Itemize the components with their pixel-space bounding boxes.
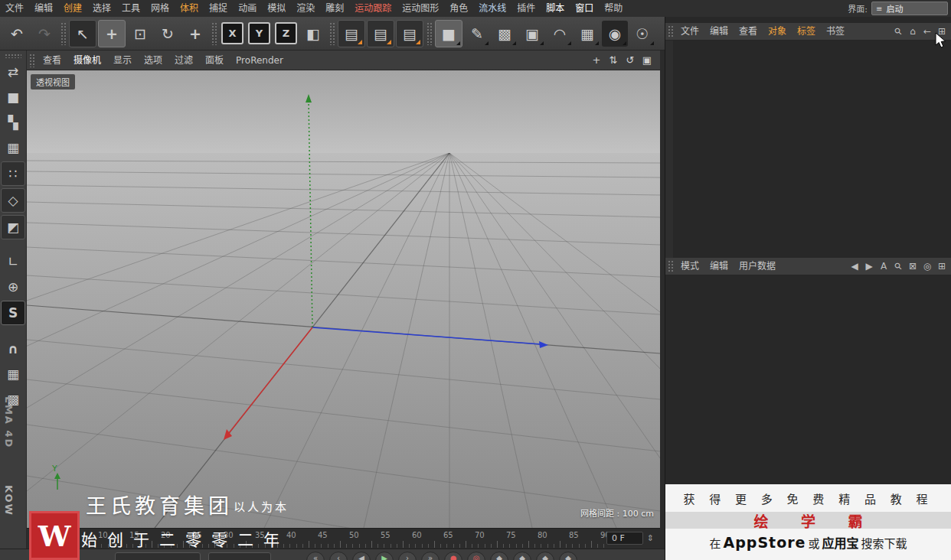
history-forward-icon[interactable]: ▶ bbox=[863, 260, 875, 272]
animation-range-box-2[interactable] bbox=[208, 552, 271, 560]
menu-edit[interactable]: 编辑 bbox=[29, 0, 58, 17]
subdivision-surface-button[interactable]: ▩ bbox=[492, 21, 518, 47]
clone-tools-button[interactable]: ▣ bbox=[519, 21, 545, 47]
snap-mouse-button[interactable]: ⊕ bbox=[2, 275, 25, 298]
texture-mode-button[interactable]: ▚ bbox=[2, 111, 25, 134]
keyframe-ring-icon[interactable]: ◎ bbox=[921, 260, 933, 272]
vp-menu-prorender[interactable]: ProRender bbox=[230, 50, 289, 70]
camera-button[interactable]: ◉ bbox=[602, 21, 628, 47]
current-frame-field[interactable]: 0 F bbox=[606, 532, 643, 545]
last-used-button[interactable]: + bbox=[182, 21, 208, 47]
home-icon[interactable]: ⌂ bbox=[907, 25, 919, 37]
pan-view-icon[interactable]: + bbox=[590, 54, 603, 67]
record-keyframe-button[interactable]: ● bbox=[444, 552, 462, 560]
panel-menu-icon[interactable]: ⊞ bbox=[936, 260, 948, 272]
interface-dropdown[interactable]: ≡ 启动 bbox=[871, 2, 948, 15]
menu-plugins[interactable]: 插件 bbox=[511, 0, 541, 17]
enable-snap-button[interactable]: S bbox=[1, 301, 25, 325]
go-to-prev-key-button[interactable]: ‹ bbox=[329, 552, 348, 560]
autokey-button[interactable]: ◎ bbox=[467, 552, 485, 560]
go-to-next-key-button[interactable]: › bbox=[398, 552, 417, 560]
om-menu-bookmark[interactable]: 书签 bbox=[821, 23, 850, 41]
zoom-view-icon[interactable]: ⇅ bbox=[606, 54, 620, 67]
om-menu-tag[interactable]: 标签 bbox=[792, 23, 821, 41]
menu-character[interactable]: 角色 bbox=[444, 0, 473, 17]
object-manager-list[interactable] bbox=[665, 41, 951, 258]
deformer-button[interactable]: ◠ bbox=[547, 21, 573, 47]
key-position-button[interactable]: ◆ bbox=[490, 552, 508, 560]
perspective-viewport[interactable]: Y 透视视图 网格间距 : 100 cm bbox=[27, 70, 660, 528]
lock-z-button[interactable]: Z bbox=[275, 22, 297, 44]
undo-button[interactable]: ↶ bbox=[4, 21, 30, 47]
polygons-mode-button[interactable]: ◩ bbox=[1, 215, 25, 239]
key-scale-button[interactable]: ◆ bbox=[513, 552, 531, 560]
go-to-end-button[interactable]: » bbox=[421, 552, 440, 560]
scale-button[interactable]: ⊡ bbox=[127, 21, 153, 47]
am-menu-edit[interactable]: 编辑 bbox=[704, 258, 734, 275]
am-menu-mode[interactable]: 模式 bbox=[675, 258, 704, 275]
am-menu-userdata[interactable]: 用户数据 bbox=[734, 258, 781, 275]
menu-mesh[interactable]: 网格 bbox=[145, 0, 175, 17]
menu-help[interactable]: 帮助 bbox=[599, 0, 628, 17]
menu-script[interactable]: 脚本 bbox=[541, 0, 570, 17]
play-backwards-button[interactable]: ◀ bbox=[352, 552, 371, 560]
vp-menu-camera[interactable]: 摄像机 bbox=[67, 50, 107, 70]
dock-grip[interactable] bbox=[5, 54, 21, 58]
vp-menu-display[interactable]: 显示 bbox=[107, 50, 138, 70]
view-label[interactable]: 透视视图 bbox=[31, 74, 75, 90]
menu-tools[interactable]: 工具 bbox=[116, 0, 145, 17]
play-forwards-button[interactable]: ▶ bbox=[375, 552, 394, 560]
maximize-view-icon[interactable]: ▣ bbox=[640, 54, 654, 67]
vp-menu-view[interactable]: 查看 bbox=[37, 50, 67, 70]
menu-motion-tracker[interactable]: 运动跟踪 bbox=[349, 0, 397, 17]
om-menu-edit[interactable]: 编辑 bbox=[704, 23, 734, 41]
animation-range-box[interactable] bbox=[115, 552, 201, 560]
vp-menu-filter[interactable]: 过滤 bbox=[168, 50, 199, 70]
menu-animate[interactable]: 动画 bbox=[233, 0, 262, 17]
lock-icon[interactable]: ⊠ bbox=[907, 260, 919, 272]
workplane-mode-button[interactable]: ▦ bbox=[2, 136, 25, 159]
attribute-manager-body[interactable] bbox=[665, 275, 951, 484]
menu-create[interactable]: 创建 bbox=[58, 0, 87, 17]
vp-menu-options[interactable]: 选项 bbox=[138, 50, 168, 70]
rotate-view-icon[interactable]: ↺ bbox=[623, 54, 637, 67]
move-button[interactable]: + bbox=[98, 20, 126, 47]
menu-render[interactable]: 渲染 bbox=[291, 0, 320, 17]
menu-select[interactable]: 选择 bbox=[87, 0, 116, 17]
redo-button[interactable]: ↷ bbox=[31, 21, 57, 47]
menu-snap[interactable]: 捕捉 bbox=[204, 0, 233, 17]
menu-volume[interactable]: 体积 bbox=[175, 0, 204, 17]
om-menu-object[interactable]: 对象 bbox=[763, 23, 792, 41]
add-cube-button[interactable]: ■ bbox=[435, 20, 462, 47]
pen-spline-button[interactable]: ✎ bbox=[464, 21, 490, 47]
coordinate-system-button[interactable]: ◧ bbox=[300, 21, 326, 47]
make-editable-button[interactable]: ⇄ bbox=[2, 60, 25, 83]
lock-y-button[interactable]: Y bbox=[248, 22, 270, 44]
light-button[interactable]: ☉ bbox=[629, 21, 655, 47]
key-parameter-button[interactable]: ◆ bbox=[559, 552, 577, 560]
magnet-button[interactable]: ∩ bbox=[2, 337, 25, 360]
edges-mode-button[interactable]: ◇ bbox=[1, 188, 25, 213]
axis-mode-button[interactable]: ∟ bbox=[2, 250, 25, 273]
render-picture-viewer-button[interactable]: ▤ bbox=[367, 20, 394, 47]
search-icon[interactable]: ⚲ bbox=[890, 23, 907, 41]
rotate-button[interactable]: ↻ bbox=[155, 21, 181, 47]
render-view-button[interactable]: ▤ bbox=[338, 20, 365, 47]
lock-x-button[interactable]: X bbox=[221, 22, 243, 44]
auto-mode-icon[interactable]: A bbox=[877, 260, 890, 272]
om-menu-file[interactable]: 文件 bbox=[675, 23, 704, 41]
vp-menu-panel[interactable]: 面板 bbox=[199, 50, 230, 70]
history-back-icon[interactable]: ◀ bbox=[848, 260, 861, 272]
model-mode-button[interactable]: ■ bbox=[2, 86, 25, 109]
workplane-lock-button[interactable]: ▦ bbox=[2, 363, 25, 386]
menu-sculpt[interactable]: 雕刻 bbox=[320, 0, 349, 17]
menu-simulate[interactable]: 模拟 bbox=[262, 0, 291, 17]
back-icon[interactable]: ← bbox=[921, 25, 933, 37]
menu-pipeline[interactable]: 流水线 bbox=[473, 0, 511, 17]
key-rotation-button[interactable]: ◆ bbox=[536, 552, 554, 560]
menu-mograph[interactable]: 运动图形 bbox=[397, 0, 444, 17]
menu-file[interactable]: 文件 bbox=[0, 0, 29, 17]
points-mode-button[interactable]: ∷ bbox=[1, 161, 25, 186]
render-settings-button[interactable]: ▤ bbox=[396, 20, 423, 47]
frame-spinner[interactable]: ⇕ bbox=[647, 532, 654, 545]
